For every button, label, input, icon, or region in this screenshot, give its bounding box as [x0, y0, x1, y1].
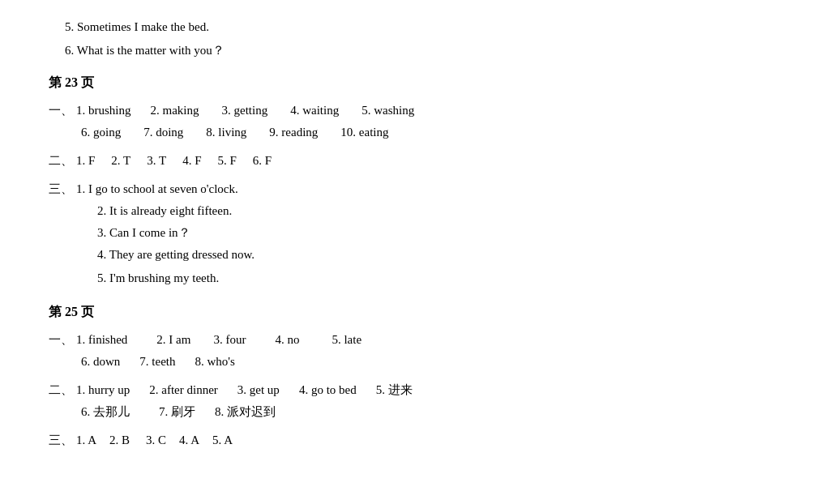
page23-section1-row1: 一、 1. brushing 2. making 3. getting 4. w… [49, 100, 781, 122]
intro-section: 5. Sometimes I make the bed. 6. What is … [49, 16, 781, 62]
p25-s2-r1-item3: 3. get up [237, 379, 280, 401]
s3-item5: 5. I'm brushing my teeth. [97, 267, 781, 289]
p25-s1-r2-item1: 6. down [81, 351, 120, 373]
p25-s2-r1-item1: 1. hurry up [76, 379, 130, 401]
s3-item3: 3. Can I come in？ [97, 222, 781, 244]
page23-section3: 三、 1. I go to school at seven o'clock. 2… [49, 178, 781, 289]
p25-s1-r1-item2: 2. I am [156, 329, 190, 351]
p25-s3-item1: 1. A [76, 429, 96, 451]
page25-section1-row2: 6. down 7. teeth 8. who's [81, 351, 781, 373]
p25-s3-item5: 5. A [212, 429, 233, 451]
s3-item4: 4. They are getting dressed now. [97, 244, 781, 266]
p25-s1-r1-item1: 1. finished [76, 329, 127, 351]
s3-item2: 2. It is already eight fifteen. [97, 200, 781, 222]
page23-section3-row1: 三、 1. I go to school at seven o'clock. [49, 178, 781, 200]
s2-item5: 5. F [218, 150, 237, 172]
p25-s1-r1-item3: 3. four [213, 329, 246, 351]
s2-item1: 1. F [76, 150, 95, 172]
p25-s2-r2-item2: 7. 刷牙 [159, 401, 195, 423]
s1-r1-item2: 2. making [151, 100, 199, 122]
s1-r1-item4: 4. waiting [290, 100, 339, 122]
s1-r2-item3: 8. living [206, 122, 246, 143]
p25-s2-r2-item1: 6. 去那儿 [81, 401, 130, 423]
intro-item-5: 5. Sometimes I make the bed. [65, 16, 781, 38]
page25-section3: 三、 1. A 2. B 3. C 4. A 5. A [49, 429, 781, 451]
page23-section1-row2: 6. going 7. doing 8. living 9. reading 1… [81, 122, 781, 143]
section2-label: 二、 [49, 150, 73, 172]
s1-r2-item5: 10. eating [340, 122, 388, 143]
page23-header: 第 23 页 [49, 71, 781, 95]
section1-label: 一、 [49, 100, 73, 122]
p25-s3-item4: 4. A [179, 429, 199, 451]
p25-s3-item3: 3. C [146, 429, 166, 451]
p25-s1-r2-item3: 8. who's [195, 351, 235, 373]
s1-r2-item1: 6. going [81, 122, 121, 143]
s1-r1-item3: 3. getting [222, 100, 268, 122]
s2-item2: 2. T [111, 150, 130, 172]
intro-item-6: 6. What is the matter with you？ [65, 40, 781, 62]
p25-s2-r1-item4: 4. go to bed [299, 379, 357, 401]
p25-s1-r1-item4: 4. no [275, 329, 299, 351]
s1-r2-item4: 9. reading [269, 122, 318, 143]
s2-item3: 3. T [147, 150, 166, 172]
page23-section2-row: 二、 1. F 2. T 3. T 4. F 5. F 6. F [49, 150, 781, 172]
s1-r1-item1: 1. brushing [76, 100, 131, 122]
page23-section2: 二、 1. F 2. T 3. T 4. F 5. F 6. F [49, 150, 781, 172]
page25-section1: 一、 1. finished 2. I am 3. four 4. no 5. … [49, 329, 781, 373]
p25-s2-r1-item2: 2. after dinner [149, 379, 218, 401]
p25-s1-r1-item5: 5. late [332, 329, 362, 351]
s1-r1-item5: 5. washing [362, 100, 414, 122]
section3-label: 三、 [49, 178, 73, 200]
s1-r2-item2: 7. doing [143, 122, 183, 143]
p25-s3-item2: 2. B [109, 429, 130, 451]
page25-section3-row: 三、 1. A 2. B 3. C 4. A 5. A [49, 429, 781, 451]
p25-s2-r1-item5: 5. 进来 [376, 379, 413, 401]
s3-item1: 1. I go to school at seven o'clock. [76, 178, 238, 200]
page23-section1: 一、 1. brushing 2. making 3. getting 4. w… [49, 100, 781, 143]
p25-s1-r2-item2: 7. teeth [139, 351, 175, 373]
p25-s2-r2-item3: 8. 派对迟到 [215, 401, 276, 423]
p25-section3-label: 三、 [49, 429, 73, 451]
s2-item4: 4. F [182, 150, 201, 172]
p25-section1-label: 一、 [49, 329, 73, 351]
p25-section2-label: 二、 [49, 379, 73, 401]
page25-header: 第 25 页 [49, 301, 781, 324]
page25-section2-row2: 6. 去那儿 7. 刷牙 8. 派对迟到 [81, 401, 781, 423]
page25-section1-row1: 一、 1. finished 2. I am 3. four 4. no 5. … [49, 329, 781, 351]
page25-section2-row1: 二、 1. hurry up 2. after dinner 3. get up… [49, 379, 781, 401]
s2-item6: 6. F [253, 150, 272, 172]
page25-section2: 二、 1. hurry up 2. after dinner 3. get up… [49, 379, 781, 423]
